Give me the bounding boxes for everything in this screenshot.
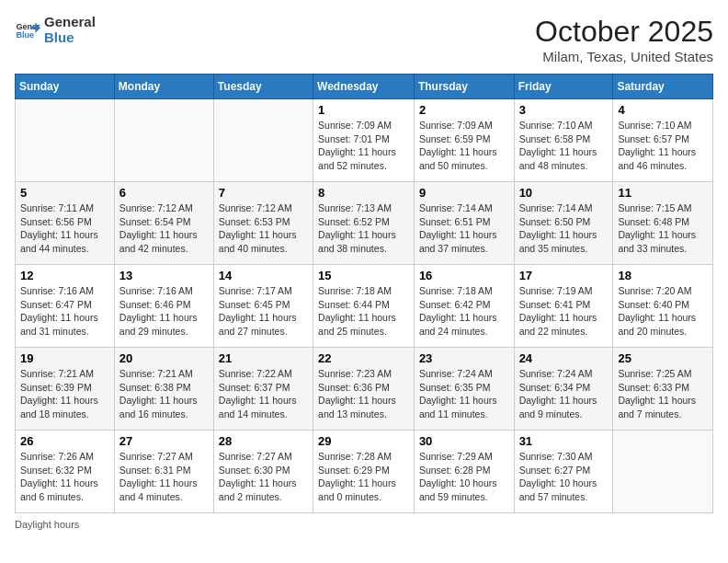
calendar-cell: [213, 99, 313, 182]
header-day-monday: Monday: [114, 75, 213, 99]
page-header: General Blue General Blue October 2025 M…: [15, 15, 713, 64]
calendar-cell: 25Sunrise: 7:25 AM Sunset: 6:33 PM Dayli…: [613, 348, 713, 431]
calendar-cell: 8Sunrise: 7:13 AM Sunset: 6:52 PM Daylig…: [313, 182, 415, 265]
day-number: 12: [20, 269, 109, 282]
calendar-cell: 5Sunrise: 7:11 AM Sunset: 6:56 PM Daylig…: [16, 182, 115, 265]
header-day-thursday: Thursday: [414, 75, 514, 99]
week-row-3: 12Sunrise: 7:16 AM Sunset: 6:47 PM Dayli…: [16, 265, 713, 348]
day-number: 22: [318, 351, 409, 365]
day-info: Sunrise: 7:12 AM Sunset: 6:53 PM Dayligh…: [219, 201, 308, 256]
day-info: Sunrise: 7:17 AM Sunset: 6:45 PM Dayligh…: [219, 284, 308, 339]
day-number: 21: [219, 351, 308, 365]
calendar-cell: 17Sunrise: 7:19 AM Sunset: 6:41 PM Dayli…: [514, 265, 613, 348]
day-info: Sunrise: 7:20 AM Sunset: 6:40 PM Dayligh…: [618, 284, 708, 339]
calendar-cell: 10Sunrise: 7:14 AM Sunset: 6:50 PM Dayli…: [514, 182, 613, 265]
day-number: 3: [519, 103, 609, 117]
day-info: Sunrise: 7:21 AM Sunset: 6:39 PM Dayligh…: [20, 367, 109, 421]
calendar-cell: 7Sunrise: 7:12 AM Sunset: 6:53 PM Daylig…: [213, 182, 313, 265]
day-info: Sunrise: 7:29 AM Sunset: 6:28 PM Dayligh…: [419, 450, 509, 504]
calendar-subtitle: Milam, Texas, United States: [535, 49, 713, 64]
calendar-cell: [613, 431, 713, 513]
day-info: Sunrise: 7:23 AM Sunset: 6:36 PM Dayligh…: [318, 367, 409, 421]
day-number: 15: [318, 269, 409, 282]
calendar-cell: 12Sunrise: 7:16 AM Sunset: 6:47 PM Dayli…: [16, 265, 115, 348]
header-day-tuesday: Tuesday: [213, 75, 313, 99]
calendar-cell: 14Sunrise: 7:17 AM Sunset: 6:45 PM Dayli…: [213, 265, 313, 348]
calendar-cell: 6Sunrise: 7:12 AM Sunset: 6:54 PM Daylig…: [114, 182, 213, 265]
day-number: 19: [20, 351, 109, 365]
calendar-cell: 29Sunrise: 7:28 AM Sunset: 6:29 PM Dayli…: [313, 431, 415, 513]
calendar-body: 1Sunrise: 7:09 AM Sunset: 7:01 PM Daylig…: [16, 99, 713, 513]
week-row-5: 26Sunrise: 7:26 AM Sunset: 6:32 PM Dayli…: [16, 431, 713, 513]
logo-text-general: General: [44, 15, 96, 30]
day-info: Sunrise: 7:26 AM Sunset: 6:32 PM Dayligh…: [20, 450, 109, 504]
calendar-title: October 2025: [535, 15, 713, 49]
day-number: 27: [119, 434, 209, 448]
footer-note: Daylight hours: [15, 519, 713, 530]
svg-text:Blue: Blue: [16, 30, 34, 40]
calendar-cell: 15Sunrise: 7:18 AM Sunset: 6:44 PM Dayli…: [313, 265, 415, 348]
day-info: Sunrise: 7:28 AM Sunset: 6:29 PM Dayligh…: [318, 450, 409, 504]
logo-icon: General Blue: [15, 17, 40, 43]
day-number: 9: [419, 186, 509, 200]
day-number: 16: [419, 269, 509, 282]
calendar-table: SundayMondayTuesdayWednesdayThursdayFrid…: [15, 74, 713, 513]
header-day-friday: Friday: [514, 75, 613, 99]
week-row-4: 19Sunrise: 7:21 AM Sunset: 6:39 PM Dayli…: [16, 348, 713, 431]
calendar-cell: 19Sunrise: 7:21 AM Sunset: 6:39 PM Dayli…: [16, 348, 115, 431]
day-number: 1: [318, 103, 409, 117]
header-row: SundayMondayTuesdayWednesdayThursdayFrid…: [16, 75, 713, 99]
calendar-cell: 27Sunrise: 7:27 AM Sunset: 6:31 PM Dayli…: [114, 431, 213, 513]
day-number: 26: [20, 434, 109, 448]
day-number: 20: [119, 351, 209, 365]
header-day-sunday: Sunday: [16, 75, 115, 99]
day-info: Sunrise: 7:10 AM Sunset: 6:58 PM Dayligh…: [519, 119, 609, 173]
calendar-cell: 26Sunrise: 7:26 AM Sunset: 6:32 PM Dayli…: [16, 431, 115, 513]
day-number: 13: [119, 269, 209, 282]
title-block: October 2025 Milam, Texas, United States: [535, 15, 713, 64]
calendar-cell: 11Sunrise: 7:15 AM Sunset: 6:48 PM Dayli…: [613, 182, 713, 265]
day-number: 24: [519, 351, 609, 365]
day-number: 6: [119, 186, 209, 200]
day-info: Sunrise: 7:09 AM Sunset: 7:01 PM Dayligh…: [318, 119, 409, 173]
header-day-saturday: Saturday: [613, 75, 713, 99]
day-number: 25: [618, 351, 708, 365]
day-number: 2: [419, 103, 509, 117]
calendar-cell: 28Sunrise: 7:27 AM Sunset: 6:30 PM Dayli…: [213, 431, 313, 513]
calendar-cell: 21Sunrise: 7:22 AM Sunset: 6:37 PM Dayli…: [213, 348, 313, 431]
day-info: Sunrise: 7:19 AM Sunset: 6:41 PM Dayligh…: [519, 284, 609, 339]
calendar-header: SundayMondayTuesdayWednesdayThursdayFrid…: [16, 75, 713, 99]
calendar-cell: 1Sunrise: 7:09 AM Sunset: 7:01 PM Daylig…: [313, 99, 415, 182]
calendar-cell: 3Sunrise: 7:10 AM Sunset: 6:58 PM Daylig…: [514, 99, 613, 182]
day-info: Sunrise: 7:30 AM Sunset: 6:27 PM Dayligh…: [519, 450, 609, 504]
day-info: Sunrise: 7:12 AM Sunset: 6:54 PM Dayligh…: [119, 201, 209, 256]
day-info: Sunrise: 7:27 AM Sunset: 6:31 PM Dayligh…: [119, 450, 209, 504]
day-number: 29: [318, 434, 409, 448]
calendar-cell: 13Sunrise: 7:16 AM Sunset: 6:46 PM Dayli…: [114, 265, 213, 348]
calendar-cell: [114, 99, 213, 182]
day-info: Sunrise: 7:16 AM Sunset: 6:47 PM Dayligh…: [20, 284, 109, 339]
day-info: Sunrise: 7:22 AM Sunset: 6:37 PM Dayligh…: [219, 367, 308, 421]
calendar-cell: 24Sunrise: 7:24 AM Sunset: 6:34 PM Dayli…: [514, 348, 613, 431]
day-number: 17: [519, 269, 609, 282]
day-info: Sunrise: 7:25 AM Sunset: 6:33 PM Dayligh…: [618, 367, 708, 421]
calendar-cell: 30Sunrise: 7:29 AM Sunset: 6:28 PM Dayli…: [414, 431, 514, 513]
day-info: Sunrise: 7:16 AM Sunset: 6:46 PM Dayligh…: [119, 284, 209, 339]
calendar-cell: 22Sunrise: 7:23 AM Sunset: 6:36 PM Dayli…: [313, 348, 415, 431]
day-info: Sunrise: 7:10 AM Sunset: 6:57 PM Dayligh…: [618, 119, 708, 173]
day-number: 31: [519, 434, 609, 448]
calendar-cell: 4Sunrise: 7:10 AM Sunset: 6:57 PM Daylig…: [613, 99, 713, 182]
day-info: Sunrise: 7:11 AM Sunset: 6:56 PM Dayligh…: [20, 201, 109, 256]
day-number: 23: [419, 351, 509, 365]
week-row-2: 5Sunrise: 7:11 AM Sunset: 6:56 PM Daylig…: [16, 182, 713, 265]
calendar-cell: 16Sunrise: 7:18 AM Sunset: 6:42 PM Dayli…: [414, 265, 514, 348]
calendar-cell: [16, 99, 115, 182]
calendar-cell: 31Sunrise: 7:30 AM Sunset: 6:27 PM Dayli…: [514, 431, 613, 513]
day-number: 4: [618, 103, 708, 117]
calendar-cell: 18Sunrise: 7:20 AM Sunset: 6:40 PM Dayli…: [613, 265, 713, 348]
day-info: Sunrise: 7:27 AM Sunset: 6:30 PM Dayligh…: [219, 450, 308, 504]
day-info: Sunrise: 7:18 AM Sunset: 6:42 PM Dayligh…: [419, 284, 509, 339]
day-number: 18: [618, 269, 708, 282]
calendar-cell: 2Sunrise: 7:09 AM Sunset: 6:59 PM Daylig…: [414, 99, 514, 182]
day-number: 11: [618, 186, 708, 200]
